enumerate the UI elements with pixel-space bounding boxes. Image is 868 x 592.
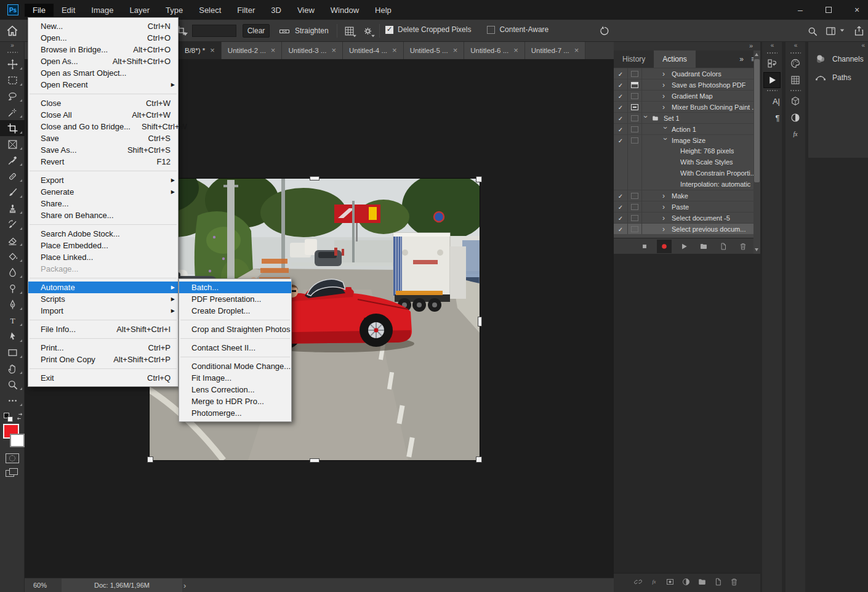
quick-mask-button[interactable] — [6, 453, 19, 463]
edit-toolbar-button[interactable] — [0, 392, 25, 408]
pen-tool[interactable] — [0, 296, 25, 312]
menubar-item[interactable]: Filter — [229, 4, 263, 17]
zoom-level-field[interactable]: 60% — [33, 578, 47, 592]
hand-tool[interactable] — [0, 360, 25, 376]
tab-close-icon[interactable]: × — [574, 47, 579, 54]
tab-close-icon[interactable]: × — [392, 47, 397, 54]
expand-caret-icon[interactable]: › — [662, 70, 668, 78]
stop-button[interactable] — [637, 240, 652, 253]
crop-handle[interactable] — [476, 176, 482, 182]
file-menu-item[interactable]: Print One Copy Alt+Shift+Ctrl+P ▶ — [28, 354, 178, 365]
expand-caret-icon[interactable]: › — [661, 137, 670, 143]
swatches-panel-icon[interactable] — [787, 73, 803, 87]
file-menu-item[interactable]: Share... ▶ — [28, 198, 178, 209]
straighten-icon[interactable] — [278, 25, 291, 38]
menubar-item[interactable]: File — [25, 4, 54, 17]
background-color-swatch[interactable] — [10, 434, 25, 447]
menubar-item[interactable]: Edit — [54, 4, 83, 17]
automate-menu-item[interactable]: Lens Correction... ▶ — [179, 384, 291, 395]
file-menu-item[interactable]: Import ▶ — [28, 305, 178, 317]
file-menu-item[interactable]: Search Adobe Stock... ▶ — [28, 228, 178, 240]
action-check-toggle[interactable]: ✓ — [614, 203, 627, 211]
delete-cropped-pixels-checkbox[interactable]: Delete Cropped Pixels — [385, 25, 471, 34]
channels-panel-item[interactable]: Channels — [808, 50, 868, 68]
action-row[interactable]: ✓ › Quadrant Colors — [614, 68, 760, 79]
file-menu-item[interactable]: Close All Alt+Ctrl+W ▶ — [28, 109, 178, 121]
straighten-label[interactable]: Straighten — [295, 26, 329, 35]
automate-menu-item[interactable]: Create Droplet... ▶ — [179, 305, 291, 317]
action-check-toggle[interactable]: ✓ — [614, 225, 627, 233]
overlay-caret-icon[interactable] — [353, 35, 356, 38]
move-tool[interactable] — [0, 56, 25, 72]
clone-stamp-tool[interactable] — [0, 200, 25, 216]
record-button[interactable] — [657, 240, 672, 253]
action-check-toggle[interactable]: ✓ — [614, 92, 627, 100]
toolbar-expand-icon[interactable]: » — [0, 42, 24, 49]
action-check-toggle[interactable]: ✓ — [614, 103, 627, 111]
action-row[interactable]: ✓ › Save as Photoshop PDF — [614, 79, 760, 90]
screen-mode-button[interactable] — [6, 468, 19, 478]
action-dialog-toggle[interactable] — [627, 93, 641, 99]
action-dialog-toggle[interactable] — [627, 204, 641, 210]
scroll-up-icon[interactable] — [755, 53, 758, 56]
expand-caret-icon[interactable]: › — [662, 192, 668, 200]
action-row[interactable]: ✓ › Height: 768 pixels — [614, 145, 760, 156]
action-dialog-toggle[interactable] — [627, 126, 641, 132]
menubar-item[interactable]: Help — [367, 4, 400, 17]
action-dialog-toggle[interactable] — [627, 226, 641, 232]
dock-overflow-icon[interactable]: » — [749, 42, 753, 49]
document-tab[interactable]: Untitled-7 ... × — [525, 42, 586, 59]
new-layer-button[interactable] — [713, 577, 723, 589]
action-row[interactable]: ✓ › Select document -5 — [614, 212, 760, 223]
quick-selection-tool[interactable] — [0, 104, 25, 120]
file-menu-item[interactable]: Generate ▶ — [28, 186, 178, 198]
action-row[interactable]: ✓ › Action 1 — [614, 123, 760, 134]
action-check-toggle[interactable]: ✓ — [614, 115, 627, 122]
eraser-tool[interactable] — [0, 232, 25, 248]
frame-tool[interactable] — [0, 136, 25, 152]
file-menu-item[interactable]: Print... Ctrl+P ▶ — [28, 342, 178, 354]
menubar-item[interactable]: Select — [191, 4, 229, 17]
path-selection-tool[interactable] — [0, 328, 25, 344]
tab-close-icon[interactable]: × — [513, 47, 518, 54]
automate-menu-item[interactable]: Merge to HDR Pro... ▶ — [179, 395, 291, 407]
action-row[interactable]: ✓ › With Constrain Proporti... — [614, 168, 760, 179]
file-menu-item[interactable]: Open Recent ▶ — [28, 79, 178, 91]
document-tab[interactable]: Untitled-6 ... × — [464, 42, 525, 59]
adjustment-layer-button[interactable] — [681, 577, 691, 589]
action-dialog-toggle[interactable] — [627, 104, 641, 110]
share-icon[interactable] — [853, 25, 865, 37]
expand-caret-icon[interactable]: › — [662, 214, 668, 222]
expand-caret-icon[interactable]: › — [662, 103, 668, 112]
automate-menu-item[interactable]: Crop and Straighten Photos ▶ — [179, 323, 291, 335]
file-menu-item[interactable]: Revert F12 ▶ — [28, 156, 178, 168]
file-menu-item[interactable]: Package... ▶ — [28, 263, 178, 275]
type-tool[interactable] — [0, 312, 25, 328]
document-tab[interactable]: B/8*) * × — [179, 42, 222, 59]
action-row[interactable]: ✓ › Mixer Brush Cloning Paint ... — [614, 101, 760, 112]
action-row[interactable]: ✓ › Gradient Map — [614, 90, 760, 101]
file-menu-item[interactable]: New... Ctrl+N ▶ — [28, 20, 178, 32]
expand-caret-icon[interactable]: › — [662, 203, 668, 211]
zoom-tool[interactable] — [0, 376, 25, 392]
crop-handle[interactable] — [478, 317, 482, 326]
actions-scrollbar[interactable] — [753, 51, 760, 254]
rail-grip[interactable] — [766, 52, 778, 54]
layer-group-button[interactable] — [697, 577, 707, 589]
eyedropper-tool[interactable] — [0, 152, 25, 168]
rail-grip[interactable] — [790, 89, 801, 92]
file-menu-item[interactable]: Exit Ctrl+Q ▶ — [28, 372, 178, 384]
action-dialog-toggle[interactable] — [627, 82, 641, 88]
document-tab[interactable]: Untitled-3 ... × — [282, 42, 343, 59]
action-dialog-toggle[interactable] — [627, 137, 641, 144]
automate-menu-item[interactable]: Fit Image... ▶ — [179, 372, 291, 384]
file-menu-item[interactable]: Place Linked... ▶ — [28, 251, 178, 263]
automate-menu-item[interactable]: Contact Sheet II... ▶ — [179, 342, 291, 354]
crop-ratio-input[interactable] — [192, 25, 236, 37]
document-tab[interactable]: Untitled-2 ... × — [222, 42, 283, 59]
action-check-toggle[interactable]: ✓ — [614, 126, 627, 133]
crop-preset-caret-icon[interactable] — [183, 33, 188, 36]
action-row[interactable]: ✓ › Paste — [614, 201, 760, 212]
action-check-toggle[interactable]: ✓ — [614, 214, 627, 222]
file-menu-item[interactable]: Place Embedded... ▶ — [28, 240, 178, 251]
